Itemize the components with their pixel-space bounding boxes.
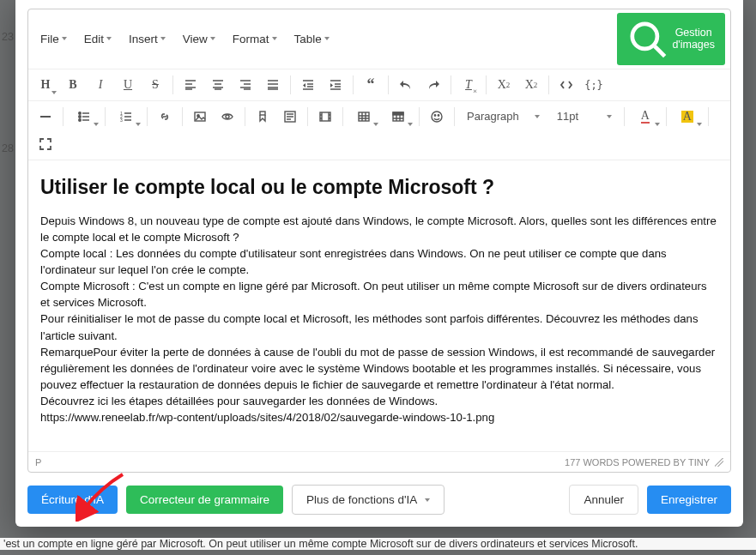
content-heading: Utiliser le compte local ou le compte Mi…	[40, 176, 718, 199]
chevron-down-icon	[210, 37, 215, 40]
resize-handle-icon[interactable]	[715, 458, 723, 467]
table2-icon[interactable]	[383, 105, 414, 129]
save-button[interactable]: Enregistrer	[647, 486, 731, 514]
anchor-icon[interactable]	[251, 105, 275, 129]
svg-rect-57	[359, 112, 369, 121]
toolbar-row-1: H B I U S “ T× X2 X2 {;}	[28, 69, 730, 101]
fontsize-dropdown[interactable]: 11pt	[550, 105, 619, 129]
align-left-icon[interactable]	[178, 73, 203, 97]
chevron-down-icon	[324, 37, 330, 40]
align-right-icon[interactable]	[233, 73, 257, 97]
status-bar: P 177 WORDS POWERED BY TINY	[28, 451, 730, 472]
menu-table[interactable]: Table	[287, 27, 336, 51]
clear-format-icon[interactable]: T×	[457, 73, 481, 97]
superscript-icon[interactable]: X2	[519, 73, 543, 97]
svg-point-44	[226, 115, 229, 118]
svg-line-1	[655, 46, 665, 57]
svg-rect-63	[393, 112, 403, 115]
blockquote-icon[interactable]: “	[359, 73, 383, 97]
preview-icon[interactable]	[215, 105, 239, 129]
word-count: 177 WORDS POWERED BY TINY	[565, 457, 710, 468]
content-body: Depuis Windows 8, un nouveau type de com…	[40, 213, 718, 426]
menu-file[interactable]: File	[33, 27, 74, 51]
rich-text-editor: File Edit Insert View Format Table Gesti…	[27, 9, 731, 473]
chevron-down-icon	[62, 37, 67, 40]
menubar: File Edit Insert View Format Table Gesti…	[28, 9, 730, 69]
svg-rect-45	[260, 112, 265, 115]
modal-footer: Écriture d'IA Correcteur de grammaire Pl…	[27, 473, 731, 515]
source-code-icon[interactable]	[554, 73, 578, 97]
text-color-icon[interactable]: A	[630, 105, 661, 129]
subscript-icon[interactable]: X2	[492, 73, 516, 97]
link-icon[interactable]	[153, 105, 177, 129]
more-ai-dropdown[interactable]: Plus de fonctions d'IA	[292, 485, 445, 515]
bg-num-1: 23	[2, 31, 14, 43]
grammar-button[interactable]: Correcteur de grammaire	[126, 486, 283, 514]
svg-marker-22	[303, 83, 305, 87]
media-icon[interactable]	[313, 105, 337, 129]
number-list-icon[interactable]: 123	[111, 105, 142, 129]
fullscreen-icon[interactable]	[33, 132, 57, 156]
ai-write-button[interactable]: Écriture d'IA	[27, 486, 118, 514]
search-icon	[627, 19, 668, 59]
svg-point-30	[79, 115, 81, 117]
bg-color-icon[interactable]: A	[672, 105, 703, 129]
code-block-icon[interactable]: {;}	[582, 73, 606, 97]
chevron-down-icon	[272, 37, 277, 40]
svg-point-68	[434, 114, 435, 115]
heading-icon[interactable]: H	[33, 73, 57, 97]
image-icon[interactable]	[188, 105, 212, 129]
redo-icon[interactable]	[421, 73, 445, 97]
bullet-list-icon[interactable]	[69, 105, 100, 129]
chevron-down-icon	[160, 37, 166, 40]
svg-marker-27	[330, 83, 333, 87]
svg-point-29	[79, 112, 81, 113]
menu-insert[interactable]: Insert	[122, 27, 172, 51]
hr-icon[interactable]	[33, 105, 57, 129]
undo-icon[interactable]	[394, 73, 418, 97]
toolbar-row-2: 123 Paragraph 11pt A A	[28, 101, 730, 160]
editor-modal: File Edit Insert View Format Table Gesti…	[15, 0, 743, 527]
chevron-down-icon	[106, 37, 112, 40]
paragraph-dropdown[interactable]: Paragraph	[460, 105, 547, 129]
manage-images-button[interactable]: Gestion d'images	[617, 13, 725, 65]
underline-icon[interactable]: U	[116, 73, 140, 97]
element-path[interactable]: P	[35, 457, 41, 468]
menu-edit[interactable]: Edit	[77, 27, 118, 51]
svg-point-69	[438, 114, 438, 115]
background-text: 'est un compte en ligne géré par Microso…	[0, 538, 756, 550]
align-center-icon[interactable]	[206, 73, 230, 97]
strikethrough-icon[interactable]: S	[143, 73, 167, 97]
italic-icon[interactable]: I	[88, 73, 112, 97]
bold-icon[interactable]: B	[61, 73, 85, 97]
align-justify-icon[interactable]	[261, 73, 285, 97]
special-char-icon[interactable]	[278, 105, 302, 129]
editor-content[interactable]: Utiliser le compte local ou le compte Mi…	[28, 160, 730, 473]
menu-format[interactable]: Format	[226, 27, 284, 51]
cancel-button[interactable]: Annuler	[569, 485, 638, 515]
emoji-icon[interactable]	[425, 105, 449, 129]
svg-point-0	[632, 24, 657, 49]
table-icon[interactable]	[348, 105, 379, 129]
indent-icon[interactable]	[324, 73, 348, 97]
svg-text:3: 3	[120, 118, 123, 123]
bg-num-2: 28	[2, 142, 14, 154]
outdent-icon[interactable]	[296, 73, 320, 97]
svg-point-31	[79, 118, 81, 120]
menu-view[interactable]: View	[176, 27, 222, 51]
